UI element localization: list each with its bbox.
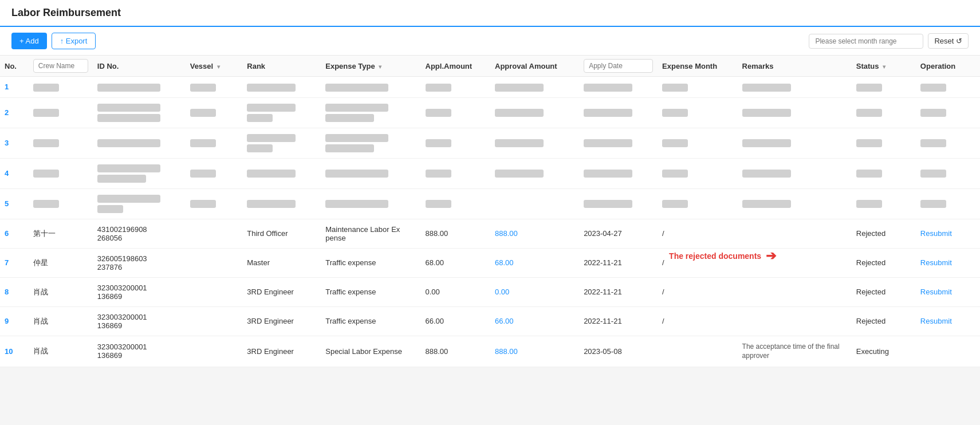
- operation-cell: Resubmit: [916, 219, 980, 248]
- main-table: No. ID No. Vessel ▾ Rank Expense Type ▾ …: [0, 56, 980, 367]
- page-title: Labor Reimbursement: [11, 7, 121, 18]
- col-header-id: ID No.: [93, 56, 186, 77]
- col-header-remarks: Remarks: [738, 56, 852, 77]
- approval-amount-cell: 0.00: [490, 277, 579, 306]
- id-cell: 326005198603237876: [93, 248, 186, 277]
- blurred-cell: [426, 139, 451, 147]
- operation-cell: [916, 336, 980, 367]
- table-row: 4: [0, 158, 980, 188]
- expense-month-cell: /: [658, 277, 738, 306]
- month-range-input[interactable]: [809, 34, 923, 49]
- crew-name-cell: 肖战: [29, 277, 93, 306]
- vessel-cell: [186, 306, 243, 336]
- blurred-cell: [742, 109, 791, 117]
- blurred-cell: [584, 170, 632, 178]
- appl-amount-cell: 888.00: [421, 219, 491, 248]
- blurred-cell: [495, 109, 544, 117]
- col-header-no: No.: [0, 56, 29, 77]
- blurred-cell: [97, 114, 160, 122]
- blurred-cell: [495, 139, 544, 147]
- blurred-cell: [97, 164, 160, 172]
- table-row: 6 第十一 431002196908268056 Third Officer M…: [0, 219, 980, 248]
- blurred-cell: [495, 84, 544, 92]
- blurred-cell: [97, 175, 146, 183]
- col-header-approval-amount: Approval Amount: [490, 56, 579, 77]
- col-header-vessel[interactable]: Vessel ▾: [186, 56, 243, 77]
- row-number: 1: [5, 82, 9, 91]
- toolbar-left: + Add ↑ Export: [11, 33, 96, 49]
- crew-name-cell: 第十一: [29, 219, 93, 248]
- blurred-cell: [920, 170, 946, 178]
- table-row: 8 肖战 323003200001136869 3RD Engineer Tra…: [0, 277, 980, 306]
- blurred-cell: [325, 134, 388, 142]
- blurred-cell: [662, 109, 688, 117]
- rejected-annotation: The rejected documents: [669, 251, 761, 261]
- blurred-cell: [856, 139, 882, 147]
- approval-amount-cell: 66.00: [490, 306, 579, 336]
- id-cell: 323003200001136869: [93, 306, 186, 336]
- remarks-cell: [738, 219, 852, 248]
- rank-cell: Third Officer: [242, 219, 321, 248]
- col-header-expense-month: Expense Month: [658, 56, 738, 77]
- blurred-cell: [247, 104, 296, 112]
- blurred-cell: [247, 114, 273, 122]
- resubmit-link[interactable]: Resubmit: [920, 288, 952, 296]
- expense-month-cell: /: [658, 219, 738, 248]
- vessel-cell: [186, 277, 243, 306]
- operation-cell: Resubmit: [916, 248, 980, 277]
- crew-filter-input[interactable]: [33, 59, 88, 73]
- apply-date-cell: 2022-11-21: [579, 248, 658, 277]
- blurred-cell: [190, 84, 216, 92]
- id-cell: 323003200001136869: [93, 277, 186, 306]
- id-cell: 431002196908268056: [93, 219, 186, 248]
- expense-type-cell: Special Labor Expense: [321, 336, 420, 367]
- col-header-status[interactable]: Status ▾: [852, 56, 916, 77]
- status-cell: Executing: [852, 336, 916, 367]
- vessel-cell: [186, 219, 243, 248]
- add-button[interactable]: + Add: [11, 33, 47, 49]
- col-header-rank: Rank: [242, 56, 321, 77]
- col-header-crew: [29, 56, 93, 77]
- blurred-cell: [247, 200, 296, 208]
- col-header-expense-type[interactable]: Expense Type ▾: [321, 56, 420, 77]
- table-container: No. ID No. Vessel ▾ Rank Expense Type ▾ …: [0, 56, 980, 367]
- blurred-cell: [325, 200, 388, 208]
- apply-date-filter-input[interactable]: [584, 59, 653, 73]
- row-number: 6: [5, 229, 9, 238]
- blurred-cell: [33, 84, 59, 92]
- expense-month-cell: Approved documents to be paid by finance…: [658, 336, 738, 367]
- row-number: 7: [5, 258, 9, 267]
- blurred-cell: [97, 104, 160, 112]
- approval-amount-cell: 888.00: [490, 219, 579, 248]
- export-button[interactable]: ↑ Export: [52, 33, 96, 49]
- col-header-apply-date: [579, 56, 658, 77]
- expense-month-cell: / The rejected documents ➔: [658, 248, 738, 277]
- operation-cell: Resubmit: [916, 277, 980, 306]
- resubmit-link[interactable]: Resubmit: [920, 229, 952, 238]
- crew-name-cell: 肖战: [29, 306, 93, 336]
- blurred-cell: [662, 84, 688, 92]
- row-number: 2: [5, 108, 9, 117]
- crew-name-cell: 仲星: [29, 248, 93, 277]
- vessel-cell: [186, 336, 243, 367]
- appl-amount-cell: 66.00: [421, 306, 491, 336]
- blurred-cell: [584, 139, 632, 147]
- blurred-cell: [584, 200, 632, 208]
- resubmit-link[interactable]: Resubmit: [920, 258, 952, 267]
- blurred-cell: [325, 170, 388, 178]
- expense-type-cell: Traffic expense: [321, 277, 420, 306]
- row-number: 10: [5, 347, 13, 356]
- blurred-cell: [856, 109, 882, 117]
- blurred-cell: [190, 170, 216, 178]
- blurred-cell: [97, 205, 123, 213]
- blurred-cell: [97, 195, 160, 203]
- blurred-cell: [742, 170, 791, 178]
- blurred-cell: [247, 170, 296, 178]
- blurred-cell: [856, 170, 882, 178]
- reset-button[interactable]: Reset ↺: [928, 33, 969, 49]
- blurred-cell: [426, 200, 451, 208]
- resubmit-link[interactable]: Resubmit: [920, 317, 952, 325]
- remarks-cell: [738, 277, 852, 306]
- blurred-cell: [97, 139, 160, 147]
- table-row: 10 肖战 323003200001136869 3RD Engineer Sp…: [0, 336, 980, 367]
